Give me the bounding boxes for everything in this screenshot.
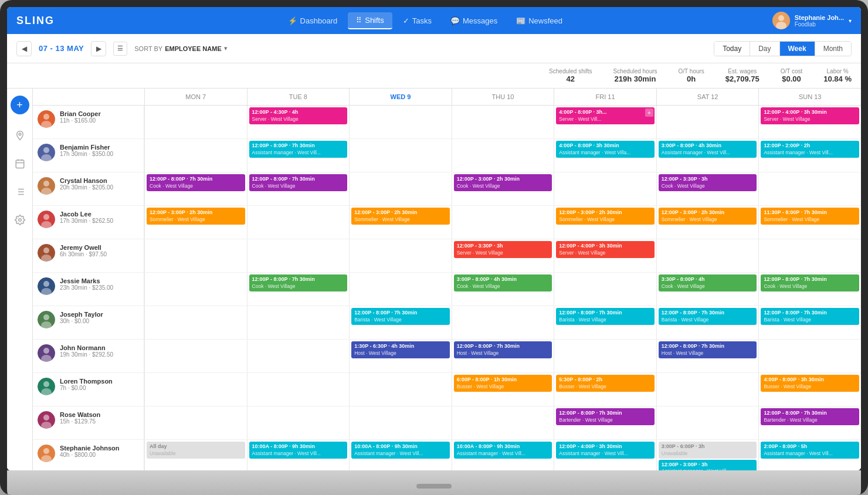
shift-cell[interactable]: 12:00P - 8:00P · 7h 30minBartender · Wes… [758,406,861,439]
unavailable-block[interactable]: All dayUnavailable [147,442,245,459]
shift-block[interactable]: 12:00P - 4:00P · 3h 30minServer · West V… [761,107,859,124]
shift-cell[interactable] [144,273,247,306]
shift-block[interactable]: 12:00P - 8:00P · 7h 30minBarista · West … [659,308,757,325]
shift-block[interactable]: 12:00P - 4:30P · 4hServer · West Village [249,107,348,124]
shift-cell[interactable] [554,172,656,205]
shift-cell[interactable]: 12:00P - 8:00P · 7h 30minAssistant manag… [247,139,350,172]
shift-cell[interactable]: 3:00P - 6:00P · 3hUnavailable12:00P - 3:… [656,440,759,470]
shift-block[interactable]: 12:00P - 3:30P · 3hCook · West Village [659,174,757,191]
schedule-icon[interactable] [11,154,29,173]
shift-cell[interactable]: 1:30P - 6:30P · 4h 30minHost · West Vill… [349,340,452,372]
shift-cell[interactable] [349,239,452,272]
shift-cell[interactable] [247,340,350,372]
shift-block[interactable]: 1:30P - 6:30P · 4h 30minHost · West Vill… [351,341,450,358]
shift-cell[interactable] [144,406,247,439]
shift-cell[interactable] [349,273,452,306]
shift-block[interactable]: 12:00P - 4:00P · 3h 30minAssistant manag… [556,442,655,459]
shift-cell[interactable] [349,106,452,138]
shift-cell[interactable]: 12:00P - 8:00P · 7h 30minHost · West Vil… [656,340,759,372]
shift-cell[interactable]: 4:00P - 8:00P · 3h 30minBusser · West Vi… [758,373,861,406]
shift-block[interactable]: 12:00P - 8:00P · 7h 30minBartender · Wes… [761,408,859,425]
month-view-button[interactable]: Month [815,42,851,56]
nav-tasks[interactable]: ✓ Tasks [395,13,440,29]
nav-shifts[interactable]: ⠿ Shifts [348,12,392,29]
shift-block[interactable]: 10:00A - 8:00P · 9h 30minAssistant manag… [249,442,348,459]
unavailable-block[interactable]: 3:00P - 6:00P · 3hUnavailable [659,442,757,459]
shift-cell[interactable]: 2:00P - 8:00P · 5hAssistant manager · We… [758,440,861,470]
shift-cell[interactable]: 3:00P - 8:00P · 4h 30minCook · West Vill… [452,273,554,306]
shift-cell[interactable]: 12:00P - 2:00P · 2hAssistant manager · W… [758,139,861,172]
shift-cell[interactable] [247,306,350,339]
today-button[interactable]: Today [714,42,750,56]
shift-block[interactable]: 12:00P - 8:00P · 7h 30minBartender · Wes… [556,408,655,425]
shift-block[interactable]: 3:30P - 8:00P · 4hCook · West Village [659,274,757,291]
shift-block[interactable]: 12:00P - 3:30P · 3hServer · West Village [454,241,552,258]
shift-cell[interactable] [349,373,452,406]
shift-cell[interactable]: 12:00P - 3:00P · 2h 30minSommelier · Wes… [554,206,656,239]
shift-cell[interactable]: 4:00P - 8:00P · 3h 30minAssistant manage… [554,139,656,172]
shift-cell[interactable] [452,139,554,172]
settings-icon[interactable] [11,211,29,229]
shift-cell[interactable] [656,406,759,439]
shift-cell[interactable]: 12:00P - 4:00P · 3h 30minServer · West V… [758,106,861,138]
shift-cell[interactable]: 12:00P - 8:00P · 7h 30minBartender · Wes… [554,406,656,439]
shift-cell[interactable]: 12:00P - 3:30P · 3hCook · West Village [656,172,759,205]
shift-cell[interactable]: 12:00P - 4:00P · 3h 30minAssistant manag… [554,440,656,470]
shift-cell[interactable] [349,139,452,172]
shift-cell[interactable]: All dayUnavailable [144,440,247,470]
shift-cell[interactable] [452,106,554,138]
shift-cell[interactable] [656,239,759,272]
shift-block[interactable]: 12:00P - 8:00P · 7h 30minAssistant manag… [249,141,348,158]
shift-block[interactable]: 12:00P - 8:00P · 7h 30minHost · West Vil… [454,341,552,358]
shift-cell[interactable] [144,373,247,406]
shift-cell[interactable]: 12:00P - 8:00P · 7h 30minBarista · West … [656,306,759,339]
shift-block[interactable]: 12:00P - 3:00P · 3hAssistant manager · W… [659,460,757,470]
shift-block[interactable]: 12:00P - 8:00P · 7h 30minCook · West Vil… [147,174,245,191]
shift-cell[interactable] [144,139,247,172]
shift-block[interactable]: 12:00P - 3:00P · 2h 30minSommelier · Wes… [556,208,655,225]
shift-block[interactable]: 12:00P - 2:00P · 2hAssistant manager · W… [761,141,859,158]
shift-cell[interactable] [758,172,861,205]
shift-block[interactable]: 3:00P - 8:00P · 4h 30minCook · West Vill… [454,274,552,291]
shift-cell[interactable] [656,373,759,406]
shift-cell[interactable]: 12:00P - 4:30P · 4hServer · West Village [247,106,350,138]
shift-cell[interactable] [144,239,247,272]
shift-cell[interactable] [144,340,247,372]
shift-block[interactable]: 12:00P - 8:00P · 7h 30minHost · West Vil… [659,341,757,358]
shift-cell[interactable]: 12:00P - 3:00P · 2h 30minSommelier · Wes… [656,206,759,239]
shift-cell[interactable] [554,273,656,306]
shift-cell[interactable]: 12:00P - 3:00P · 2h 30minSommelier · Wes… [144,206,247,239]
sort-value[interactable]: EMPLOYEE NAME [165,45,222,52]
location-icon[interactable] [11,126,29,145]
shift-cell[interactable]: 10:00A - 8:00P · 9h 30minAssistant manag… [247,440,350,470]
shift-block[interactable]: 4:00P - 8:00P · 3h 30minAssistant manage… [556,141,655,158]
shift-block[interactable]: 2:00P - 8:00P · 5hAssistant manager · We… [761,442,859,459]
nav-newsfeed[interactable]: 📰 Newsfeed [508,13,571,29]
shift-cell[interactable]: 4:00P - 8:00P · 3h...Server · West Vill.… [554,106,656,138]
shift-block[interactable]: 10:00A - 8:00P · 9h 30minAssistant manag… [454,442,552,459]
next-week-button[interactable]: ▶ [91,41,106,56]
shift-cell[interactable] [758,340,861,372]
shift-cell[interactable] [452,306,554,339]
shift-block[interactable]: 12:00P - 3:00P · 2h 30minSommelier · Wes… [147,208,245,225]
nav-messages[interactable]: 💬 Messages [442,13,506,29]
shift-cell[interactable]: 12:00P - 8:00P · 7h 30minCook · West Vil… [758,273,861,306]
shift-block[interactable]: 4:00P - 8:00P · 3h 30minBusser · West Vi… [761,375,859,392]
list-icon[interactable] [11,182,29,201]
shift-cell[interactable]: 3:00P - 8:00P · 4h 30minAssistant manage… [656,139,759,172]
shift-block[interactable]: 6:00P - 8:00P · 1h 30minBusser · West Vi… [454,375,552,392]
shift-cell[interactable]: 6:00P - 8:00P · 1h 30minBusser · West Vi… [452,373,554,406]
shift-cell[interactable]: 10:00A - 8:00P · 9h 30minAssistant manag… [349,440,452,470]
shift-cell[interactable]: 12:00P - 3:30P · 3hServer · West Village [452,239,554,272]
shift-cell[interactable]: 12:00P - 8:00P · 7h 30minBarista · West … [554,306,656,339]
shift-block[interactable]: 10:00A - 8:00P · 9h 30minAssistant manag… [351,442,450,459]
nav-user[interactable]: Stephanie Joh... Foodlab ▾ [772,12,852,29]
shift-cell[interactable]: 12:00P - 8:00P · 7h 30minBarista · West … [349,306,452,339]
shift-block[interactable]: 12:00P - 8:00P · 7h 30minBarista · West … [351,308,450,325]
shift-block[interactable]: 11:30P - 8:00P · 7h 30minSommelier · Wes… [761,208,859,225]
shift-cell[interactable]: 5:30P - 8:00P · 2hBusser · West Village [554,373,656,406]
shift-cell[interactable] [247,206,350,239]
shift-block[interactable]: 12:00P - 8:00P · 7h 30minCook · West Vil… [249,174,348,191]
shift-cell[interactable] [452,406,554,439]
shift-cell[interactable] [349,406,452,439]
